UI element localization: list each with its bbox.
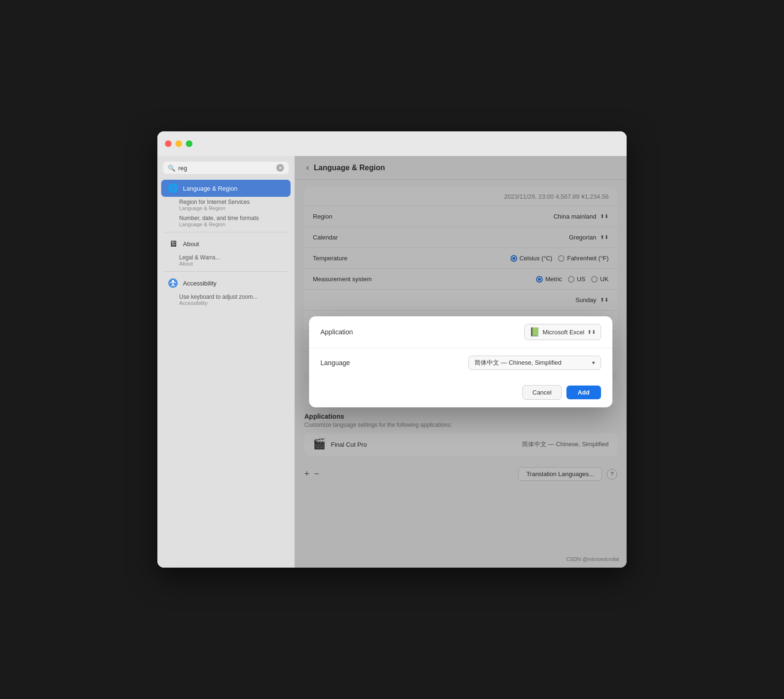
- modal-overlay: Application 📗 Microsoft Excel ⬆⬇: [295, 156, 627, 568]
- sidebar-subitem-keyboard[interactable]: Use keyboard to adjust zoom... Accessibi…: [157, 292, 294, 308]
- close-button[interactable]: [165, 140, 172, 147]
- minimize-button[interactable]: [175, 140, 182, 147]
- language-chevron-icon: ▾: [592, 359, 595, 366]
- language-selector[interactable]: 简体中文 — Chinese, Simplified ▾: [468, 356, 601, 370]
- sidebar-item-about[interactable]: 🖥 About: [161, 235, 291, 252]
- sidebar-divider-1: [164, 232, 288, 232]
- modal-language-row: Language 简体中文 — Chinese, Simplified ▾: [309, 348, 612, 377]
- modal-application-label: Application: [320, 328, 353, 336]
- cancel-button[interactable]: Cancel: [522, 385, 561, 400]
- modal-body: Application 📗 Microsoft Excel ⬆⬇: [309, 316, 612, 377]
- subitem-title-keyboard: Use keyboard to adjust zoom...: [179, 294, 288, 300]
- modal-language-value: 简体中文 — Chinese, Simplified ▾: [468, 356, 601, 370]
- monitor-icon: 🖥: [168, 239, 178, 249]
- sidebar-item-label-language-region: Language & Region: [183, 185, 237, 192]
- sidebar-item-label-accessibility: Accessibility: [183, 280, 217, 287]
- sidebar-divider-2: [164, 271, 288, 272]
- titlebar: [157, 131, 627, 156]
- content-area: ‹ Language & Region 2023/11/29, 23:00 4,…: [295, 156, 627, 568]
- sidebar-item-language-region[interactable]: 🌐 Language & Region: [161, 180, 291, 197]
- application-selector[interactable]: 📗 Microsoft Excel ⬆⬇: [524, 324, 601, 340]
- modal-footer: Cancel Add: [309, 377, 612, 407]
- sidebar-subitem-number-date[interactable]: Number, date, and time formats Language …: [157, 213, 294, 229]
- subitem-parent-number: Language & Region: [179, 221, 288, 227]
- modal-language-label: Language: [320, 359, 350, 367]
- main-layout: 🔍 ✕ 🌐 Language & Region Region for Inter…: [157, 156, 627, 568]
- language-selector-text: 简体中文 — Chinese, Simplified: [474, 359, 562, 367]
- accessibility-icon: [168, 278, 178, 288]
- sidebar-subitem-region-internet[interactable]: Region for Internet Services Language & …: [157, 197, 294, 213]
- modal-application-value: 📗 Microsoft Excel ⬆⬇: [524, 324, 601, 340]
- application-chevron-icon: ⬆⬇: [587, 329, 596, 335]
- sidebar-item-label-about: About: [183, 240, 199, 248]
- add-button[interactable]: Add: [566, 386, 601, 399]
- traffic-lights: [165, 140, 192, 147]
- add-language-modal: Application 📗 Microsoft Excel ⬆⬇: [309, 316, 612, 407]
- subitem-parent-legal: About: [179, 261, 288, 267]
- subitem-title-legal: Legal & Warra...: [179, 254, 288, 261]
- subitem-title-region: Region for Internet Services: [179, 199, 288, 205]
- application-selector-text: Microsoft Excel: [543, 329, 584, 336]
- sidebar-subitem-legal[interactable]: Legal & Warra... About: [157, 252, 294, 268]
- search-box: 🔍 ✕: [163, 162, 289, 174]
- maximize-button[interactable]: [186, 140, 192, 147]
- globe-icon: 🌐: [168, 183, 178, 193]
- main-window: 🔍 ✕ 🌐 Language & Region Region for Inter…: [157, 131, 627, 568]
- modal-application-row: Application 📗 Microsoft Excel ⬆⬇: [309, 316, 612, 348]
- excel-icon: 📗: [529, 327, 540, 337]
- sidebar-item-accessibility[interactable]: Accessibility: [161, 275, 291, 292]
- subitem-parent-region: Language & Region: [179, 205, 288, 211]
- search-icon: 🔍: [168, 165, 175, 172]
- subitem-parent-keyboard: Accessibility: [179, 300, 288, 306]
- sidebar: 🔍 ✕ 🌐 Language & Region Region for Inter…: [157, 156, 295, 568]
- search-clear-button[interactable]: ✕: [276, 164, 284, 172]
- subitem-title-number: Number, date, and time formats: [179, 215, 288, 221]
- search-input[interactable]: [178, 165, 273, 172]
